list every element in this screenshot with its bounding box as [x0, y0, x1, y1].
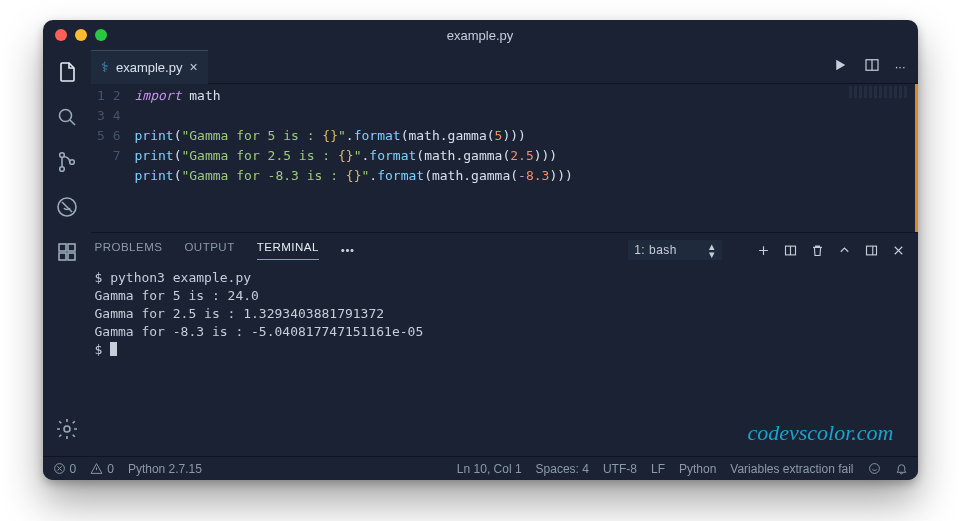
- panel-more-icon[interactable]: •••: [341, 244, 355, 256]
- terminal-cursor: [110, 342, 117, 356]
- tab-close-icon[interactable]: ×: [189, 59, 197, 75]
- split-terminal-icon[interactable]: [783, 243, 798, 258]
- terminal-selector-label: 1: bash: [634, 243, 677, 257]
- panel-tab-problems[interactable]: PROBLEMS: [95, 241, 163, 259]
- status-python-version[interactable]: Python 2.7.15: [128, 462, 202, 476]
- status-errors[interactable]: 0: [53, 462, 77, 476]
- svg-point-14: [869, 464, 879, 474]
- editor-tab-example[interactable]: ⚕ example.py ×: [91, 50, 208, 84]
- status-encoding[interactable]: UTF-8: [603, 462, 637, 476]
- editor-tab-bar: ⚕ example.py × ···: [91, 50, 918, 84]
- source-control-icon[interactable]: [55, 150, 79, 177]
- window-titlebar: example.py: [43, 20, 918, 50]
- settings-gear-icon[interactable]: [55, 417, 79, 444]
- run-icon[interactable]: [831, 56, 849, 77]
- status-language[interactable]: Python: [679, 462, 716, 476]
- status-bell-icon[interactable]: [895, 462, 908, 475]
- status-eol[interactable]: LF: [651, 462, 665, 476]
- svg-rect-6: [68, 244, 75, 251]
- status-warnings[interactable]: 0: [90, 462, 114, 476]
- panel-tab-terminal[interactable]: TERMINAL: [257, 241, 319, 260]
- terminal-output[interactable]: $ python3 example.py Gamma for 5 is : 24…: [91, 267, 918, 456]
- new-terminal-icon[interactable]: [756, 243, 771, 258]
- status-cursor-position[interactable]: Ln 10, Col 1: [457, 462, 522, 476]
- svg-point-0: [59, 110, 71, 122]
- window-title: example.py: [43, 28, 918, 43]
- error-icon: [53, 462, 66, 475]
- svg-rect-5: [59, 244, 66, 251]
- svg-rect-8: [68, 253, 75, 260]
- svg-point-2: [59, 167, 64, 172]
- split-editor-icon[interactable]: [863, 56, 881, 77]
- search-icon[interactable]: [55, 105, 79, 132]
- activity-bar: [43, 50, 91, 456]
- status-feedback-icon[interactable]: [868, 462, 881, 475]
- status-right-message[interactable]: Variables extraction fail: [730, 462, 853, 476]
- terminal-selector[interactable]: 1: bash ▴▾: [628, 240, 721, 260]
- svg-point-9: [64, 426, 70, 432]
- status-bar: 0 0 Python 2.7.15 Ln 10, Col 1 Spaces: 4…: [43, 456, 918, 480]
- dropdown-arrows-icon: ▴▾: [709, 242, 716, 258]
- bottom-panel: PROBLEMS OUTPUT TERMINAL ••• 1: bash ▴▾: [91, 232, 918, 456]
- tab-filename: example.py: [116, 60, 182, 75]
- svg-rect-7: [59, 253, 66, 260]
- minimap[interactable]: [849, 86, 909, 98]
- close-panel-icon[interactable]: [891, 243, 906, 258]
- maximize-panel-icon[interactable]: [837, 243, 852, 258]
- python-file-icon: ⚕: [101, 59, 109, 75]
- extensions-icon[interactable]: [55, 240, 79, 267]
- panel-tab-bar: PROBLEMS OUTPUT TERMINAL ••• 1: bash ▴▾: [91, 233, 918, 267]
- warning-icon: [90, 462, 103, 475]
- status-indentation[interactable]: Spaces: 4: [536, 462, 589, 476]
- debug-disabled-icon[interactable]: [55, 195, 79, 222]
- toggle-panel-position-icon[interactable]: [864, 243, 879, 258]
- editor-more-icon[interactable]: ···: [895, 59, 906, 74]
- kill-terminal-icon[interactable]: [810, 243, 825, 258]
- panel-tab-output[interactable]: OUTPUT: [184, 241, 234, 259]
- code-content[interactable]: import math print("Gamma for 5 is : {}".…: [135, 86, 915, 232]
- svg-rect-12: [866, 246, 876, 255]
- vscode-window: example.py: [43, 20, 918, 480]
- line-gutter: 1 2 3 4 5 6 7: [91, 86, 135, 232]
- explorer-icon[interactable]: [55, 60, 79, 87]
- code-editor[interactable]: 1 2 3 4 5 6 7 import math print("Gamma f…: [91, 84, 918, 232]
